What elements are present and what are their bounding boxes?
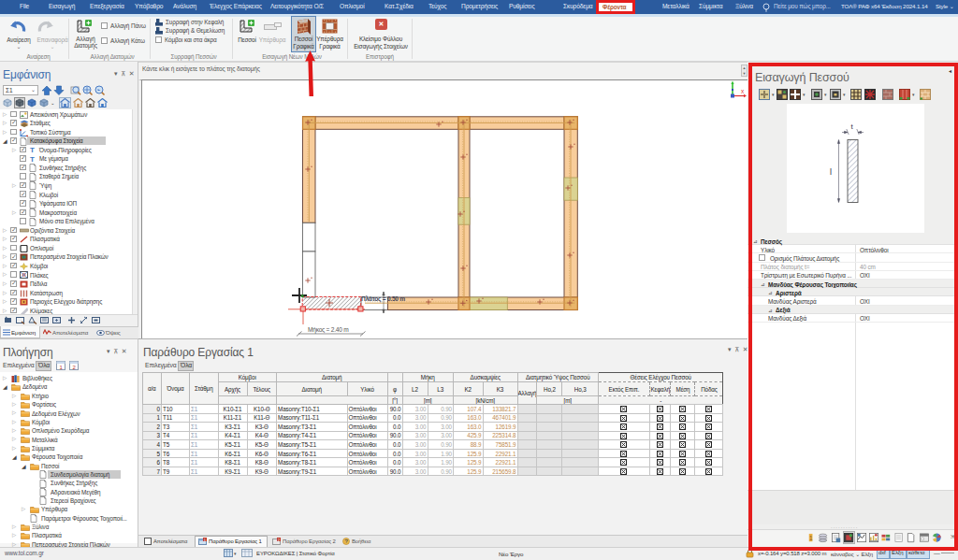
svg-text:Μήκος = 2.40 m: Μήκος = 2.40 m [308, 326, 349, 334]
svg-text:Πλάτος = 0.50 m: Πλάτος = 0.50 m [361, 295, 405, 303]
